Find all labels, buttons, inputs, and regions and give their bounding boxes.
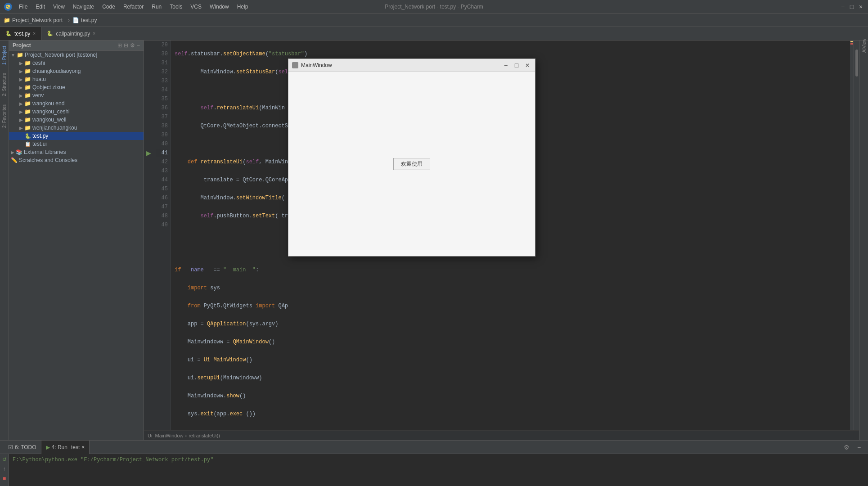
code-line-44: app = QApplication(sys.argv) [175, 320, 846, 328]
dialog-close-btn[interactable]: × [523, 61, 531, 69]
tree-item-qobject[interactable]: ▶ 📁 Qobject zixue [9, 83, 144, 91]
menu-vcs[interactable]: VCS [187, 3, 205, 11]
root-name: Project_Network port [testone] [25, 52, 97, 58]
tree-item-ceshi[interactable]: ▶ 📁 ceshi [9, 59, 144, 67]
breakpoint-gutter: ▶ [144, 40, 153, 430]
svg-point-1 [7, 5, 8, 7]
run-tab-close[interactable]: × [81, 444, 85, 450]
ln-30: 30 [156, 50, 168, 58]
bottom-tab-bar: ☑ 6: TODO ▶ 4: Run test × ⚙ − [0, 441, 868, 454]
menu-code[interactable]: Code [99, 3, 119, 11]
tree-collapse-all[interactable]: ⊟ [124, 42, 128, 49]
tree-item-wangkouwell[interactable]: ▶ 📁 wangkou_well [9, 116, 144, 124]
folder-wke: 📁 [24, 100, 31, 107]
arrow-huatu: ▶ [19, 77, 23, 82]
run-settings-btn[interactable]: ⚙ [841, 442, 852, 453]
right-margin [850, 40, 854, 430]
file-py-icon: 🐍 [25, 133, 31, 139]
welcome-button[interactable]: 欢迎使用 [393, 158, 430, 170]
menu-tools[interactable]: Tools [166, 3, 186, 11]
run-minimize-btn[interactable]: − [854, 442, 864, 453]
label-ceshi: ceshi [32, 60, 45, 66]
sidebar-icon-favorites[interactable]: 2: Favorites [1, 101, 8, 131]
title-bar: File Edit View Navigate Code Refactor Ru… [0, 0, 868, 14]
ln-37: 37 [156, 112, 168, 122]
bp-36 [144, 104, 153, 112]
arrow-wkw: ▶ [19, 117, 23, 122]
tree-item-testpy[interactable]: 🐍 test.py [9, 132, 144, 140]
ln-39: 39 [156, 130, 168, 140]
bp-35 [144, 94, 153, 104]
tab-close-icon[interactable]: × [33, 31, 36, 36]
scrollbar-thumb[interactable] [855, 50, 858, 76]
tab-close-icon2[interactable]: × [93, 31, 95, 36]
tree-item-wangkouceshi[interactable]: ▶ 📁 wangkou_ceshi [9, 108, 144, 116]
tab-test-py[interactable]: 🐍 test.py × [0, 27, 41, 40]
bp-30 [144, 50, 153, 58]
tree-item-scratches[interactable]: ✏️ Scratches and Consoles [9, 156, 144, 164]
maximize-button[interactable]: □ [848, 3, 855, 10]
dialog-maximize-btn[interactable]: □ [513, 61, 521, 69]
second-bar: 📁 Project_Network port › 📄 test.py [0, 14, 868, 27]
menu-edit[interactable]: Edit [32, 3, 49, 11]
menu-navigate[interactable]: Navigate [69, 3, 98, 11]
folder-venv: 📁 [24, 92, 31, 99]
minimize-button[interactable]: − [839, 3, 846, 10]
arrow-venv: ▶ [19, 93, 23, 98]
run-stop-btn[interactable]: ■ [0, 474, 9, 482]
menu-run[interactable]: Run [148, 3, 165, 11]
run-rerun-btn[interactable]: ↺ [0, 456, 9, 464]
bp-32 [144, 68, 153, 76]
menu-help[interactable]: Help [234, 3, 252, 11]
tree-close[interactable]: − [137, 42, 140, 49]
tab-run[interactable]: ▶ 4: Run test × [41, 441, 90, 454]
right-sidebar: AIView [859, 40, 868, 440]
tree-root[interactable]: ▼ 📁 Project_Network port [testone] [9, 51, 144, 59]
root-folder-icon: 📁 [17, 52, 23, 58]
tree-item-extlibs[interactable]: ▶ 📚 External Libraries [9, 148, 144, 156]
close-button[interactable]: × [857, 3, 864, 10]
folder-huatu: 📁 [24, 76, 31, 82]
arrow-ceshi: ▶ [19, 61, 23, 66]
editor-scrollbar[interactable] [854, 40, 859, 430]
code-line-47: ui.setupUi(Mainwindoww) [175, 374, 846, 382]
menu-view[interactable]: View [49, 3, 68, 11]
menu-refactor[interactable]: Refactor [120, 3, 147, 11]
tree-item-huatu[interactable]: ▶ 📁 huatu [9, 75, 144, 83]
tree-item-testui[interactable]: 📋 test.ui [9, 140, 144, 148]
tree-expand-all[interactable]: ⊞ [117, 42, 122, 49]
tree-item-wenjianchuangkou[interactable]: ▶ 📁 wenjianchuangkou [9, 124, 144, 132]
tree-settings[interactable]: ⚙ [130, 42, 135, 49]
breadcrumb-separator: › [68, 17, 70, 23]
menu-window[interactable]: Window [206, 3, 233, 11]
tab-bar: 🐍 test.py × 🐍 callpainting.py × [0, 27, 868, 40]
ln-47: 47 [156, 202, 168, 212]
tab-file-icon2: 🐍 [47, 31, 53, 36]
run-side-icons: ↺ ↑ ■ ↓ ≡ ⤓ 📌 ⋮ [0, 454, 9, 486]
folder-qobject: 📁 [24, 84, 31, 90]
ln-42: 42 [156, 158, 168, 166]
run-down-btn[interactable]: ↓ [0, 484, 9, 486]
tree-item-chuangkoudiaoyong[interactable]: ▶ 📁 chuangkoudiaoyong [9, 67, 144, 75]
tree-item-venv[interactable]: ▶ 📁 venv [9, 91, 144, 99]
tree-item-wangkouend[interactable]: ▶ 📁 wangkou end [9, 99, 144, 108]
window-controls: − □ × [839, 3, 864, 10]
ln-33: 33 [156, 76, 168, 86]
ln-35: 35 [156, 94, 168, 104]
ln-43: 43 [156, 166, 168, 176]
tab-callpainting-py[interactable]: 🐍 callpainting.py × [41, 27, 101, 40]
sidebar-icon-project[interactable]: 1: Project [1, 42, 8, 68]
sidebar-right-fileview[interactable]: AIView [860, 42, 868, 50]
arrow-ckdy: ▶ [19, 69, 23, 74]
dialog-titlebar: MainWindow − □ × [288, 59, 535, 72]
scratches-icon: ✏️ [11, 157, 18, 163]
run-up-btn[interactable]: ↑ [0, 465, 9, 473]
menu-file[interactable]: File [15, 3, 31, 11]
tab-todo[interactable]: ☑ 6: TODO [4, 441, 41, 454]
ln-45: 45 [156, 184, 168, 194]
dialog-minimize-btn[interactable]: − [502, 61, 510, 69]
sidebar-icon-structure[interactable]: 2: Structure [1, 69, 8, 100]
root-arrow: ▼ [11, 53, 15, 58]
code-line-29: self.statusbar.setObjectName("statusbar"… [175, 50, 846, 58]
run-icon: ▶ [46, 444, 50, 450]
